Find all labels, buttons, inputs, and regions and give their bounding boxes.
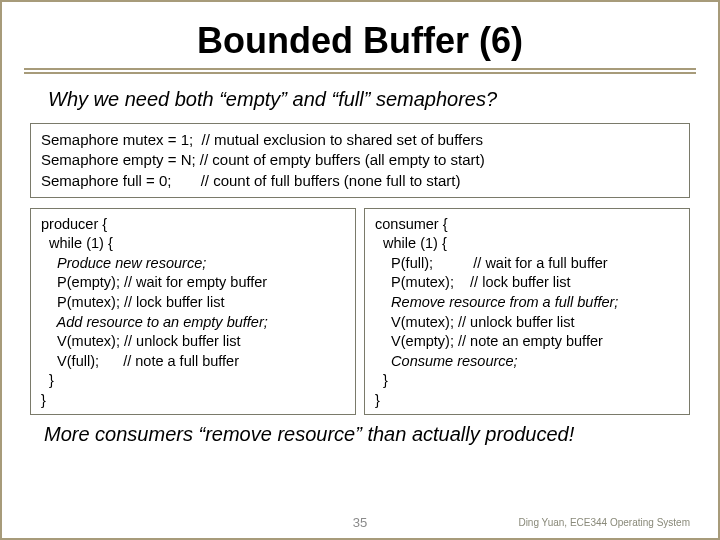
code-columns: producer { while (1) { Produce new resou… bbox=[30, 208, 690, 416]
producer-l2: while (1) { bbox=[41, 235, 113, 251]
consumer-l1: consumer { bbox=[375, 216, 448, 232]
producer-l5: P(mutex); // lock buffer list bbox=[41, 294, 224, 310]
slide-title: Bounded Buffer (6) bbox=[24, 20, 696, 62]
decl-line-2: Semaphore empty = N; // count of empty b… bbox=[41, 151, 485, 168]
consumer-l5: Remove resource from a full buffer; bbox=[375, 294, 618, 310]
slide: Bounded Buffer (6) Why we need both “emp… bbox=[0, 0, 720, 540]
producer-box: producer { while (1) { Produce new resou… bbox=[30, 208, 356, 416]
footer: 35 Ding Yuan, ECE344 Operating System bbox=[2, 517, 718, 528]
producer-l6: Add resource to an empty buffer; bbox=[41, 314, 268, 330]
decl-line-3: Semaphore full = 0; // count of full buf… bbox=[41, 172, 461, 189]
consumer-l7: V(empty); // note an empty buffer bbox=[375, 333, 603, 349]
producer-l10: } bbox=[41, 392, 46, 408]
producer-l3: Produce new resource; bbox=[41, 255, 206, 271]
consumer-l8: Consume resource; bbox=[375, 353, 518, 369]
attribution: Ding Yuan, ECE344 Operating System bbox=[518, 517, 690, 528]
producer-l1: producer { bbox=[41, 216, 107, 232]
divider-top bbox=[24, 68, 696, 70]
producer-l7: V(mutex); // unlock buffer list bbox=[41, 333, 241, 349]
consumer-l3: P(full); // wait for a full buffer bbox=[375, 255, 608, 271]
consumer-l9: } bbox=[375, 372, 388, 388]
producer-l9: } bbox=[41, 372, 54, 388]
subtitle: Why we need both “empty” and “full” sema… bbox=[48, 88, 696, 111]
bottom-note: More consumers “remove resource” than ac… bbox=[44, 423, 696, 446]
consumer-l6: V(mutex); // unlock buffer list bbox=[375, 314, 575, 330]
divider-bottom bbox=[24, 72, 696, 74]
producer-l8: V(full); // note a full buffer bbox=[41, 353, 239, 369]
declarations-box: Semaphore mutex = 1; // mutual exclusion… bbox=[30, 123, 690, 198]
consumer-l2: while (1) { bbox=[375, 235, 447, 251]
consumer-box: consumer { while (1) { P(full); // wait … bbox=[364, 208, 690, 416]
consumer-l4: P(mutex); // lock buffer list bbox=[375, 274, 571, 290]
decl-line-1: Semaphore mutex = 1; // mutual exclusion… bbox=[41, 131, 483, 148]
title-rules bbox=[24, 68, 696, 74]
consumer-l10: } bbox=[375, 392, 380, 408]
producer-l4: P(empty); // wait for empty buffer bbox=[41, 274, 267, 290]
page-number: 35 bbox=[353, 515, 367, 530]
